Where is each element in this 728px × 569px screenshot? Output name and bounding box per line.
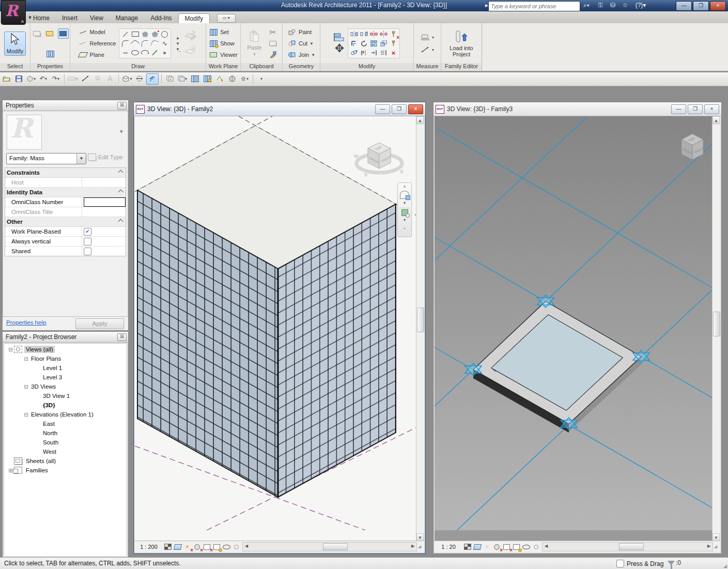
resize-grip[interactable]: ◢ bbox=[714, 543, 720, 551]
tree-item-3d-view-1[interactable]: 3D View 1 bbox=[4, 391, 127, 401]
draw-fillet-arc-icon[interactable] bbox=[150, 39, 160, 48]
property-row[interactable]: Shared bbox=[5, 247, 126, 256]
dimension-tool[interactable]: ▾ bbox=[421, 45, 434, 54]
tree-item-level1[interactable]: Level 1 bbox=[4, 363, 127, 373]
always-vertical-checkbox[interactable] bbox=[84, 238, 91, 245]
shadows-icon[interactable] bbox=[192, 543, 202, 551]
tree-item-elevations[interactable]: ⊟Elevations (Elevation 1) bbox=[4, 410, 127, 419]
crop-view-icon[interactable] bbox=[202, 543, 212, 551]
mirror-pick-axis-icon[interactable] bbox=[349, 29, 359, 39]
draw-spline-icon[interactable]: ∿ bbox=[160, 39, 169, 48]
window-resize-grip[interactable]: ◢ bbox=[723, 563, 727, 568]
split-with-gap-icon[interactable] bbox=[379, 29, 389, 39]
measure-tool[interactable]: ▾ bbox=[421, 33, 434, 42]
match-type-icon[interactable] bbox=[268, 50, 278, 59]
tree-item-3d[interactable]: {3D} bbox=[4, 401, 127, 410]
view2-close-button[interactable]: × bbox=[704, 104, 719, 114]
favorites-star-icon[interactable]: ☆ bbox=[620, 1, 630, 10]
resize-grip[interactable]: ◢ bbox=[418, 543, 424, 551]
application-menu-button[interactable]: R A bbox=[1, 0, 26, 25]
apply-button[interactable]: Apply bbox=[75, 318, 124, 329]
property-row[interactable]: Always vertical bbox=[5, 237, 126, 247]
copy-icon[interactable] bbox=[268, 39, 278, 48]
view2-title-bar[interactable]: RVT 3D View: {3D} - Family3 — ❐ × bbox=[433, 102, 721, 116]
view1-vertical-scrollbar[interactable]: ▲ ▼ bbox=[416, 116, 424, 541]
search-icon[interactable]: ⌕▾ bbox=[580, 1, 593, 10]
navbar-close-icon[interactable]: × bbox=[403, 183, 406, 191]
sync-icon[interactable]: ▾ bbox=[25, 73, 37, 84]
types-grid-icon[interactable] bbox=[45, 50, 55, 59]
tab-addins[interactable]: Add-Ins bbox=[144, 13, 178, 23]
cut-icon[interactable]: ✂ bbox=[268, 27, 278, 37]
close-button[interactable]: × bbox=[710, 1, 726, 11]
tree-item-level3[interactable]: Level 3 bbox=[4, 373, 127, 382]
scroll-thumb[interactable] bbox=[417, 307, 424, 332]
collapse-icon[interactable] bbox=[118, 170, 123, 175]
open-icon[interactable] bbox=[1, 73, 12, 84]
help-icon[interactable]: (?)▾ bbox=[633, 1, 648, 10]
paint-tool[interactable]: Paint bbox=[287, 26, 315, 38]
view2-minimize-button[interactable]: — bbox=[671, 104, 686, 114]
property-row[interactable]: OmniClass Number bbox=[5, 197, 126, 207]
draw-reference-line[interactable]: Reference bbox=[79, 38, 116, 49]
close-hidden-windows-icon[interactable]: × bbox=[164, 73, 176, 84]
work-plane-based-checkbox[interactable]: ✔ bbox=[84, 228, 91, 236]
property-row[interactable]: Work Plane-Based✔ bbox=[5, 227, 126, 237]
draw-point-icon[interactable] bbox=[160, 48, 169, 57]
type-selector-caret-icon[interactable]: ▼ bbox=[76, 153, 86, 164]
tree-item-east[interactable]: East bbox=[4, 419, 127, 428]
edit-type-button[interactable]: Edit Type bbox=[88, 153, 123, 161]
default-3d-view-icon[interactable]: ▾ bbox=[121, 73, 133, 84]
shadows-icon[interactable] bbox=[492, 543, 502, 551]
scroll-right-icon[interactable]: ▶ bbox=[409, 543, 416, 550]
thin-lines-icon[interactable] bbox=[146, 73, 159, 85]
sun-path-icon[interactable]: ☀ bbox=[482, 543, 492, 551]
sun-path-icon[interactable]: ☀ bbox=[182, 543, 192, 551]
scroll-up-icon[interactable]: ▲ bbox=[416, 116, 424, 124]
tree-item-west[interactable]: West bbox=[4, 447, 127, 456]
draw-rectangle-icon[interactable] bbox=[130, 29, 140, 39]
scale-button[interactable]: 1 : 20 bbox=[435, 544, 462, 550]
selection-filter[interactable]: :0 bbox=[668, 559, 681, 566]
family-category-icon[interactable] bbox=[32, 29, 42, 38]
split-element-icon[interactable] bbox=[369, 29, 379, 39]
create-form-icon[interactable] bbox=[184, 30, 197, 41]
temporary-hide-isolate-icon[interactable] bbox=[521, 543, 531, 551]
visual-style-icon[interactable] bbox=[472, 543, 482, 551]
view2-vertical-scrollbar[interactable]: ▲ ▼ bbox=[712, 116, 720, 541]
omniclass-number-input[interactable] bbox=[84, 197, 126, 207]
properties-palette-toggle-icon[interactable] bbox=[58, 28, 69, 39]
draw-circumscribed-polygon-icon[interactable] bbox=[150, 29, 160, 39]
tag-icon[interactable]: 1 bbox=[92, 73, 103, 84]
expander-icon[interactable]: ⊟ bbox=[23, 384, 29, 390]
scale-button[interactable]: 1 : 200 bbox=[135, 544, 163, 550]
tab-insert[interactable]: Insert bbox=[56, 13, 84, 23]
draw-pick-lines-icon[interactable] bbox=[150, 48, 160, 57]
mirror-draw-axis-icon[interactable] bbox=[359, 29, 369, 39]
scroll-thumb[interactable] bbox=[323, 543, 348, 550]
crop-region-visibility-icon[interactable] bbox=[512, 543, 521, 551]
tree-item-families[interactable]: ⊞Families bbox=[4, 466, 127, 475]
undo-icon[interactable]: ↶▾ bbox=[38, 73, 49, 84]
void-form-icon[interactable] bbox=[184, 45, 197, 57]
view2-horizontal-scrollbar[interactable]: ◀ ▶ bbox=[542, 542, 713, 551]
redo-icon[interactable]: ↷▾ bbox=[50, 73, 61, 84]
qat-load-project-icon[interactable]: ▾ bbox=[239, 73, 250, 84]
reveal-hidden-icon[interactable] bbox=[531, 543, 541, 551]
scroll-down-icon[interactable]: ▼ bbox=[712, 533, 720, 541]
tree-item-south[interactable]: South bbox=[4, 438, 127, 447]
expander-icon[interactable]: ⊟ bbox=[7, 347, 14, 352]
qat-ref-plane-icon[interactable] bbox=[214, 73, 225, 84]
draw-inscribed-polygon-icon[interactable] bbox=[140, 29, 150, 39]
qat-workplane-show-icon[interactable] bbox=[202, 73, 213, 84]
scale-icon[interactable] bbox=[379, 39, 389, 48]
preview-dropdown-icon[interactable]: ▼ bbox=[119, 129, 124, 134]
scroll-thumb[interactable] bbox=[713, 312, 720, 336]
view1-close-button[interactable]: × bbox=[408, 104, 423, 114]
tab-modify[interactable]: Modify bbox=[178, 13, 210, 23]
collapse-icon[interactable] bbox=[118, 219, 123, 224]
delete-icon[interactable]: × bbox=[389, 48, 398, 57]
paste-button[interactable]: Paste ▼ bbox=[245, 29, 264, 58]
temporary-hide-isolate-icon[interactable] bbox=[222, 543, 231, 551]
detail-level-icon[interactable] bbox=[462, 543, 472, 551]
